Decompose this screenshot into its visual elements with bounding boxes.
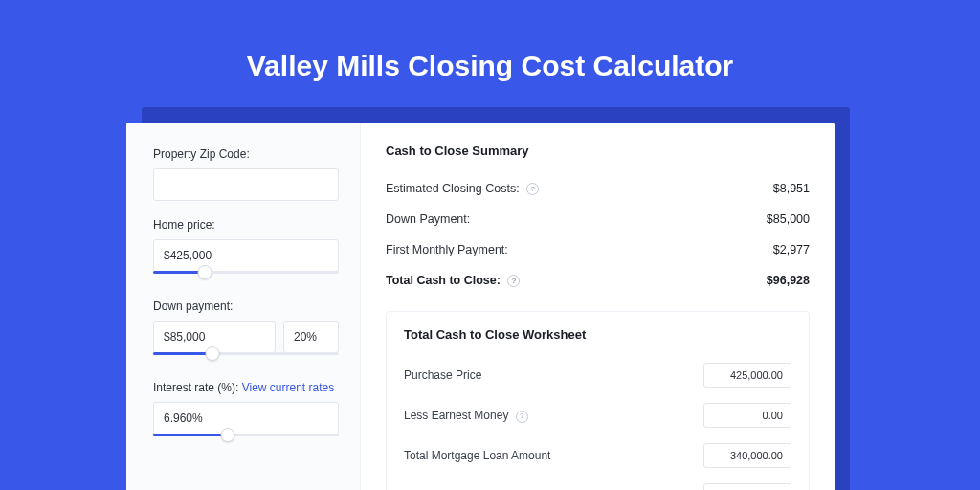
help-icon[interactable]: ?	[507, 275, 520, 287]
down-payment-label: Down payment:	[153, 300, 339, 313]
field-zip: Property Zip Code:	[153, 147, 339, 201]
summary-row-first-payment: First Monthly Payment: $2,977	[386, 234, 810, 265]
interest-rate-input[interactable]	[153, 402, 339, 434]
worksheet-label: Total Mortgage Loan Amount	[404, 449, 550, 462]
summary-label-text: Estimated Closing Costs:	[386, 182, 520, 195]
field-down-payment: Down payment:	[153, 300, 339, 364]
worksheet-row-loan-amount: Total Mortgage Loan Amount 340,000.00	[404, 435, 791, 476]
slider-thumb[interactable]	[198, 265, 212, 279]
worksheet-label-text: Less Earnest Money	[404, 409, 508, 422]
summary-title: Cash to Close Summary	[386, 144, 810, 158]
worksheet-row-earnest-money: Less Earnest Money ? 0.00	[404, 395, 791, 435]
slider-fill	[153, 434, 228, 436]
worksheet-row-second-mortgage: Total Second Mortgage Amount ? 0.00	[404, 476, 791, 490]
interest-rate-label-text: Interest rate (%):	[153, 381, 238, 394]
summary-value: $85,000	[767, 212, 810, 226]
down-payment-slider[interactable]	[153, 352, 339, 364]
summary-label: First Monthly Payment:	[386, 243, 508, 256]
results-panel: Cash to Close Summary Estimated Closing …	[361, 122, 835, 490]
summary-label: Down Payment:	[386, 212, 470, 226]
worksheet-label: Purchase Price	[404, 368, 481, 382]
slider-thumb[interactable]	[220, 428, 234, 442]
inputs-panel: Property Zip Code: Home price: Down paym…	[126, 122, 361, 490]
worksheet-value[interactable]: 340,000.00	[703, 443, 791, 468]
page-title: Valley Mills Closing Cost Calculator	[0, 0, 980, 111]
worksheet-title: Total Cash to Close Worksheet	[404, 327, 791, 342]
help-icon[interactable]: ?	[526, 183, 539, 195]
view-rates-link[interactable]: View current rates	[242, 381, 335, 394]
home-price-input[interactable]	[153, 239, 339, 272]
field-interest-rate: Interest rate (%): View current rates	[153, 381, 339, 445]
summary-row-total: Total Cash to Close: ? $96,928	[386, 265, 810, 296]
summary-total-label-text: Total Cash to Close:	[386, 274, 501, 287]
worksheet-label: Less Earnest Money ?	[404, 409, 528, 422]
summary-label: Estimated Closing Costs: ?	[386, 182, 539, 195]
slider-fill	[153, 352, 212, 355]
calculator-card: Property Zip Code: Home price: Down paym…	[126, 122, 835, 490]
worksheet-value[interactable]: 0.00	[703, 483, 791, 490]
zip-label: Property Zip Code:	[153, 147, 339, 161]
summary-total-label: Total Cash to Close: ?	[386, 274, 520, 287]
worksheet-row-purchase-price: Purchase Price 425,000.00	[404, 355, 791, 395]
home-price-slider[interactable]	[153, 271, 339, 282]
field-home-price: Home price:	[153, 218, 339, 282]
interest-rate-label: Interest rate (%): View current rates	[153, 381, 339, 394]
summary-value: $8,951	[773, 182, 810, 195]
zip-input[interactable]	[153, 168, 339, 201]
summary-row-down-payment: Down Payment: $85,000	[386, 204, 810, 234]
summary-total-value: $96,928	[767, 274, 810, 287]
help-icon[interactable]: ?	[516, 411, 528, 423]
worksheet-value[interactable]: 425,000.00	[703, 363, 791, 388]
summary-row-closing-costs: Estimated Closing Costs: ? $8,951	[386, 173, 810, 204]
worksheet-panel: Total Cash to Close Worksheet Purchase P…	[386, 311, 810, 490]
slider-thumb[interactable]	[206, 346, 220, 361]
home-price-label: Home price:	[153, 218, 339, 232]
interest-rate-slider[interactable]	[153, 434, 339, 445]
worksheet-value[interactable]: 0.00	[703, 403, 791, 428]
down-payment-pct-input[interactable]	[283, 321, 339, 353]
summary-value: $2,977	[773, 243, 810, 256]
